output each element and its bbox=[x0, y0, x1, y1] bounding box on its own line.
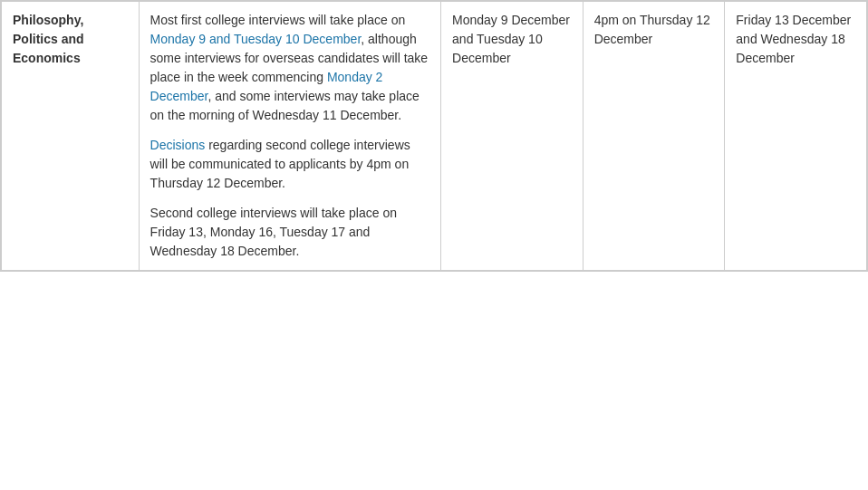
first-interviews-cell: Monday 9 December and Tuesday 10 Decembe… bbox=[441, 2, 583, 271]
subject-cell: Philosophy, Politics and Economics bbox=[2, 2, 140, 271]
decisions-value: 4pm on Thursday 12 December bbox=[594, 13, 710, 46]
second-interviews-cell: Friday 13 December and Wednesday 18 Dece… bbox=[725, 2, 867, 271]
subject-label: Philosophy, Politics and Economics bbox=[13, 13, 84, 65]
details-cell: Most first college interviews will take … bbox=[139, 2, 440, 271]
decisions-link[interactable]: Decisions bbox=[150, 138, 206, 152]
first-interviews-value: Monday 9 December and Tuesday 10 Decembe… bbox=[452, 13, 570, 65]
decisions-cell: 4pm on Thursday 12 December bbox=[583, 2, 725, 271]
detail-paragraph-3: Second college interviews will take plac… bbox=[150, 204, 429, 261]
table-row: Philosophy, Politics and Economics Most … bbox=[2, 2, 867, 271]
interview-schedule-table: Philosophy, Politics and Economics Most … bbox=[0, 0, 868, 272]
second-interviews-value: Friday 13 December and Wednesday 18 Dece… bbox=[736, 13, 851, 65]
detail-paragraph-1: Most first college interviews will take … bbox=[150, 11, 429, 125]
monday-2-link[interactable]: Monday 2 December bbox=[150, 70, 383, 103]
detail-paragraph-2: Decisions regarding second college inter… bbox=[150, 136, 429, 193]
monday-tuesday-link[interactable]: Monday 9 and Tuesday 10 December bbox=[150, 32, 362, 46]
